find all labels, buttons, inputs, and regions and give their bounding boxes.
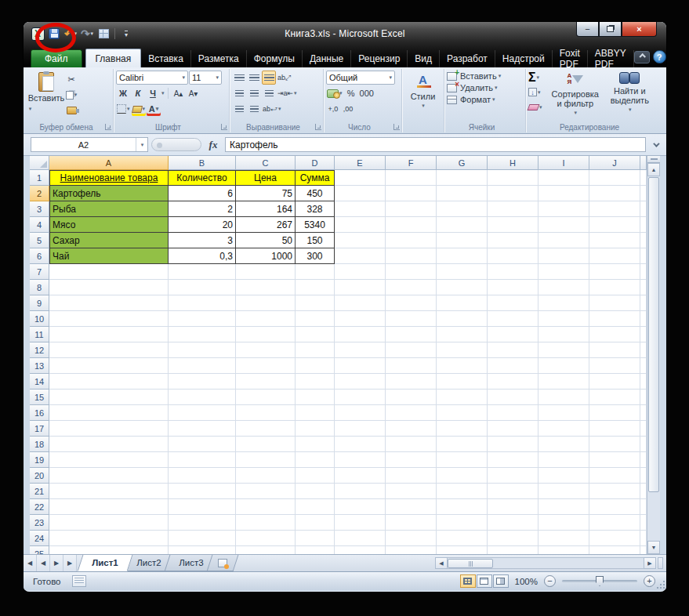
cell-E4[interactable] <box>335 217 386 233</box>
cell-F25[interactable] <box>386 546 437 554</box>
cell-G23[interactable] <box>437 515 488 531</box>
sheet-tab-лист1[interactable]: Лист1 <box>78 555 132 571</box>
tab-формулы[interactable]: Формулы <box>247 50 303 67</box>
cell-J10[interactable] <box>589 311 640 327</box>
column-header-F[interactable]: F <box>386 156 437 170</box>
autosum-button[interactable]: Σ▾ <box>528 71 548 84</box>
italic-button[interactable]: К <box>131 86 145 100</box>
column-header-I[interactable]: I <box>539 156 589 170</box>
align-center-button[interactable] <box>247 86 261 100</box>
row-header-25[interactable]: 25 <box>30 546 49 554</box>
column-header-H[interactable]: H <box>488 156 539 170</box>
increase-indent-button[interactable] <box>247 102 261 116</box>
cell-C25[interactable] <box>236 546 296 554</box>
cell-G24[interactable] <box>437 531 488 546</box>
cell-I16[interactable] <box>539 405 589 421</box>
vertical-scroll-thumb[interactable] <box>648 177 659 492</box>
cell-F9[interactable] <box>386 295 437 311</box>
cell-D10[interactable] <box>296 311 335 327</box>
cell-H3[interactable] <box>488 201 539 217</box>
cell-I7[interactable] <box>539 264 589 280</box>
cell-B23[interactable] <box>169 515 236 531</box>
cell-H1[interactable] <box>488 170 539 186</box>
styles-button[interactable]: А Стили ▾ <box>404 71 441 111</box>
cell-C17[interactable] <box>236 421 296 437</box>
zoom-in-button[interactable]: + <box>644 575 655 587</box>
prev-sheet-button[interactable]: ◀ <box>37 555 50 571</box>
cell-H22[interactable] <box>488 499 539 515</box>
cell-H4[interactable] <box>488 217 539 233</box>
cell-A15[interactable] <box>49 390 169 405</box>
cell-G12[interactable] <box>437 342 488 358</box>
tab-данные[interactable]: Данные <box>303 50 351 67</box>
cell-B16[interactable] <box>169 405 236 421</box>
tab-foxit-pdf[interactable]: Foxit PDF <box>553 50 588 67</box>
cell-C13[interactable] <box>236 358 296 374</box>
last-sheet-button[interactable]: ▶ <box>63 555 77 571</box>
cell-I4[interactable] <box>539 217 589 233</box>
row-header-1[interactable]: 1 <box>30 170 49 186</box>
cell-E1[interactable] <box>335 170 386 186</box>
decrease-indent-button[interactable] <box>232 102 246 116</box>
fill-button[interactable]: ↓▾ <box>528 85 548 99</box>
name-box[interactable]: A2 ▾ <box>31 137 148 152</box>
tab-abbyy-pdf[interactable]: ABBYY PDF <box>588 50 634 67</box>
cell-B19[interactable] <box>169 452 236 468</box>
row-header-10[interactable]: 10 <box>30 311 49 327</box>
cell-D5[interactable]: 150 <box>296 233 335 248</box>
cell-E12[interactable] <box>335 342 386 358</box>
cell-E7[interactable] <box>335 264 386 280</box>
find-select-button[interactable]: Найти и выделить ▾ <box>603 71 657 118</box>
cell-J12[interactable] <box>589 342 640 358</box>
cell-D22[interactable] <box>296 499 335 515</box>
cell-J3[interactable] <box>589 201 640 217</box>
tab-split-handle[interactable] <box>658 557 663 569</box>
cell-J2[interactable] <box>589 186 640 201</box>
cell-I12[interactable] <box>539 342 589 358</box>
row-header-6[interactable]: 6 <box>30 248 49 264</box>
sort-filter-button[interactable]: АЯ Сортировка и фильтр ▾ <box>548 71 602 118</box>
minimize-button[interactable]: − <box>576 22 599 37</box>
cell-E10[interactable] <box>335 311 386 327</box>
cell-C7[interactable] <box>236 264 296 280</box>
row-header-4[interactable]: 4 <box>30 217 49 233</box>
tab-разметка[interactable]: Разметка <box>191 50 247 67</box>
column-header-B[interactable]: B <box>169 156 236 170</box>
cell-C5[interactable]: 50 <box>236 233 296 248</box>
page-layout-view-button[interactable] <box>477 574 492 588</box>
font-family-combo[interactable]: Calibri▾ <box>116 71 188 85</box>
align-bottom-button[interactable] <box>262 71 276 85</box>
cell-A2[interactable]: Картофель <box>49 186 169 201</box>
row-header-12[interactable]: 12 <box>30 342 49 358</box>
cell-J4[interactable] <box>589 217 640 233</box>
page-break-view-button[interactable] <box>493 574 509 588</box>
align-right-button[interactable] <box>262 86 276 100</box>
align-left-button[interactable] <box>232 86 246 100</box>
cell-I13[interactable] <box>539 358 589 374</box>
cell-B15[interactable] <box>169 390 236 405</box>
cell-D21[interactable] <box>296 484 335 499</box>
dialog-launcher-icon[interactable] <box>105 124 111 130</box>
cell-J1[interactable] <box>589 170 640 186</box>
first-sheet-button[interactable]: ◀ <box>24 555 37 571</box>
cell-F1[interactable] <box>386 170 437 186</box>
cell-E14[interactable] <box>335 374 386 390</box>
cell-F14[interactable] <box>386 374 437 390</box>
cell-H18[interactable] <box>488 437 539 452</box>
cell-E18[interactable] <box>335 437 386 452</box>
minimize-ribbon-button[interactable] <box>634 51 650 63</box>
cell-J21[interactable] <box>589 484 640 499</box>
cell-F10[interactable] <box>386 311 437 327</box>
cell-C2[interactable]: 75 <box>236 186 296 201</box>
cell-C21[interactable] <box>236 484 296 499</box>
cell-C11[interactable] <box>236 327 296 342</box>
cell-F20[interactable] <box>386 468 437 484</box>
cell-H10[interactable] <box>488 311 539 327</box>
cell-B3[interactable]: 2 <box>169 201 236 217</box>
cell-B17[interactable] <box>169 421 236 437</box>
cell-F15[interactable] <box>386 390 437 405</box>
cell-E15[interactable] <box>335 390 386 405</box>
cell-D25[interactable] <box>296 546 335 554</box>
cell-I23[interactable] <box>539 515 589 531</box>
copy-button[interactable]: ▾ <box>64 88 78 102</box>
